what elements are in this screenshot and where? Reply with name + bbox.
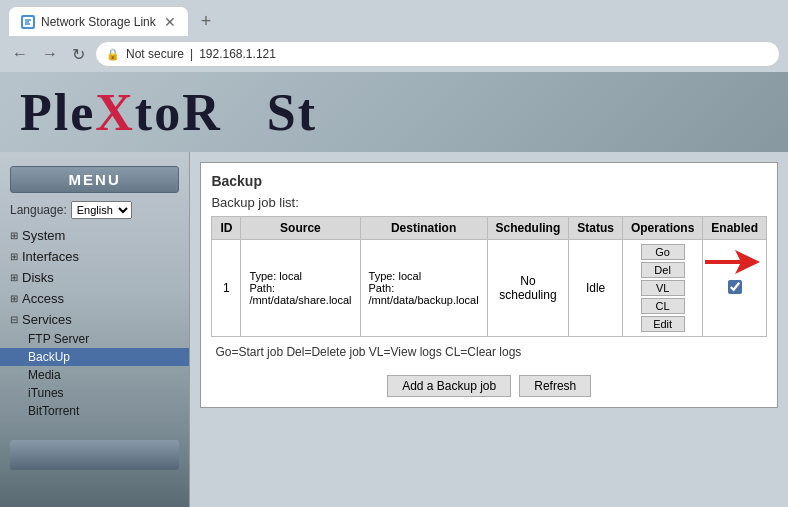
row-operations[interactable]: Go Del VL CL Edit — [622, 240, 702, 337]
backup-table: ID Source Destination Scheduling Status … — [211, 216, 767, 337]
forward-button[interactable]: → — [38, 43, 62, 65]
sidebar-subitem-media[interactable]: Media — [0, 366, 189, 384]
sidebar-item-disks[interactable]: ⊞ Disks — [0, 267, 189, 288]
logo-tor: toR — [135, 84, 222, 141]
col-status: Status — [569, 217, 623, 240]
sidebar-subitem-backup[interactable]: BackUp — [0, 348, 189, 366]
not-secure-text: Not secure — [126, 47, 184, 61]
section-title: Backup — [211, 173, 767, 189]
expand-icon: ⊟ — [10, 314, 18, 325]
sidebar-subitem-itunes-label: iTunes — [28, 386, 64, 400]
expand-icon: ⊞ — [10, 251, 18, 262]
refresh-button[interactable]: Refresh — [519, 375, 591, 397]
sidebar-item-services-label: Services — [22, 312, 72, 327]
tab-title: Network Storage Link — [41, 15, 156, 29]
address-bar: ← → ↻ 🔒 Not secure | 192.168.1.121 — [0, 36, 788, 72]
expand-icon: ⊞ — [10, 293, 18, 304]
menu-label: MENU — [10, 166, 179, 193]
enabled-checkbox[interactable] — [728, 280, 742, 294]
url-bar[interactable]: 🔒 Not secure | 192.168.1.121 — [95, 41, 780, 67]
col-destination: Destination — [360, 217, 487, 240]
expand-icon: ⊞ — [10, 272, 18, 283]
table-row: 1 Type: localPath: /mnt/data/share.local… — [212, 240, 767, 337]
page: PleXtoR St MENU Language: English ⊞ Syst… — [0, 72, 788, 507]
main-content: Backup Backup job list: ID Source Destin… — [190, 152, 788, 507]
sidebar-item-system-label: System — [22, 228, 65, 243]
subsection-label: Backup job list: — [211, 195, 767, 210]
row-source: Type: localPath: /mnt/data/share.local — [241, 240, 360, 337]
language-select[interactable]: English — [71, 201, 132, 219]
reload-button[interactable]: ↻ — [68, 43, 89, 66]
tab-close-icon[interactable]: ✕ — [164, 14, 176, 30]
active-tab: Network Storage Link ✕ — [8, 6, 189, 36]
sidebar-item-interfaces[interactable]: ⊞ Interfaces — [0, 246, 189, 267]
expand-icon: ⊞ — [10, 230, 18, 241]
sidebar-item-interfaces-label: Interfaces — [22, 249, 79, 264]
svg-marker-1 — [705, 250, 760, 274]
add-backup-job-button[interactable]: Add a Backup job — [387, 375, 511, 397]
content-box: Backup Backup job list: ID Source Destin… — [200, 162, 778, 408]
tab-bar: Network Storage Link ✕ + — [0, 0, 788, 36]
table-container: ID Source Destination Scheduling Status … — [211, 216, 767, 337]
row-destination: Type: localPath: /mnt/data/backup.local — [360, 240, 487, 337]
url-text: 192.168.1.121 — [199, 47, 276, 61]
sidebar-subitem-bittorrent[interactable]: BitTorrent — [0, 402, 189, 420]
legend-row: Go=Start job Del=Delete job VL=View logs… — [211, 337, 767, 367]
edit-button[interactable]: Edit — [641, 316, 685, 332]
sidebar-item-system[interactable]: ⊞ System — [0, 225, 189, 246]
logo-x: X — [95, 84, 135, 141]
sidebar-footer — [10, 440, 179, 470]
lock-icon: 🔒 — [106, 48, 120, 61]
sidebar-subitem-ftp-label: FTP Server — [28, 332, 89, 346]
url-separator: | — [190, 47, 193, 61]
cl-button[interactable]: CL — [641, 298, 685, 314]
table-header-row: ID Source Destination Scheduling Status … — [212, 217, 767, 240]
sidebar-subitem-media-label: Media — [28, 368, 61, 382]
red-arrow-annotation — [705, 248, 760, 279]
browser-chrome: Network Storage Link ✕ + ← → ↻ 🔒 Not sec… — [0, 0, 788, 72]
row-status: Idle — [569, 240, 623, 337]
vl-button[interactable]: VL — [641, 280, 685, 296]
language-row: Language: English — [0, 199, 189, 225]
new-tab-button[interactable]: + — [193, 7, 220, 36]
tab-favicon — [21, 15, 35, 29]
go-button[interactable]: Go — [641, 244, 685, 260]
sidebar: MENU Language: English ⊞ System ⊞ Interf… — [0, 152, 190, 507]
del-button[interactable]: Del — [641, 262, 685, 278]
language-label: Language: — [10, 203, 67, 217]
col-source: Source — [241, 217, 360, 240]
sidebar-item-access[interactable]: ⊞ Access — [0, 288, 189, 309]
logo-ple: Ple — [20, 84, 95, 141]
back-button[interactable]: ← — [8, 43, 32, 65]
row-scheduling: No scheduling — [487, 240, 569, 337]
col-operations: Operations — [622, 217, 702, 240]
sidebar-item-services[interactable]: ⊟ Services — [0, 309, 189, 330]
sidebar-item-access-label: Access — [22, 291, 64, 306]
sidebar-subitem-backup-label: BackUp — [28, 350, 70, 364]
header: PleXtoR St — [0, 72, 788, 152]
sidebar-subitem-bittorrent-label: BitTorrent — [28, 404, 79, 418]
logo: PleXtoR St — [20, 83, 317, 142]
row-id: 1 — [212, 240, 241, 337]
sidebar-subitem-ftp[interactable]: FTP Server — [0, 330, 189, 348]
logo-st: St — [267, 84, 317, 141]
sidebar-item-disks-label: Disks — [22, 270, 54, 285]
col-enabled: Enabled — [703, 217, 767, 240]
sidebar-subitem-itunes[interactable]: iTunes — [0, 384, 189, 402]
body-content: MENU Language: English ⊞ System ⊞ Interf… — [0, 152, 788, 507]
col-scheduling: Scheduling — [487, 217, 569, 240]
col-id: ID — [212, 217, 241, 240]
bottom-buttons: Add a Backup job Refresh — [211, 375, 767, 397]
